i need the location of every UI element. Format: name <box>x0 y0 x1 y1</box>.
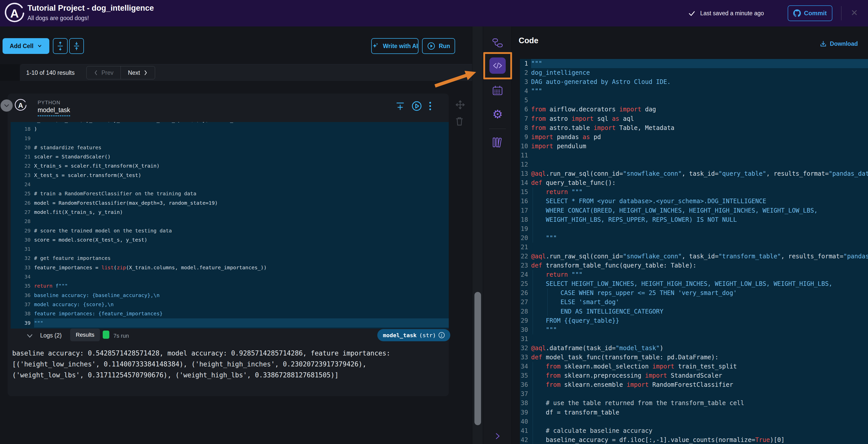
code-line[interactable]: 5 <box>520 96 868 105</box>
code-line[interactable]: 15 return """ <box>520 187 868 197</box>
code-line[interactable]: 41 # calculate baseline accuracy <box>520 426 868 435</box>
code-line[interactable]: 39""" <box>11 318 449 328</box>
delete-cell-trash-icon[interactable] <box>455 116 464 126</box>
code-line[interactable]: 26model = RandomForestClassifier(max_dep… <box>11 198 449 208</box>
expand-rail-button[interactable] <box>483 432 512 440</box>
code-line[interactable]: 17 WHERE CONCAT(BREED, HEIGHT_LOW_INCHES… <box>520 206 868 215</box>
code-line[interactable]: 32# get feature importances <box>11 254 449 263</box>
move-cell-icon[interactable] <box>455 100 465 110</box>
code-line[interactable]: 1""" <box>520 59 868 68</box>
line-number: 29 <box>520 316 531 325</box>
commit-button[interactable]: Commit <box>788 5 832 21</box>
write-with-ai-button[interactable]: Write with AI <box>371 38 418 54</box>
code-line[interactable]: 24 return """ <box>520 270 868 279</box>
add-cell-below-icon[interactable] <box>396 101 405 111</box>
code-line[interactable]: 25 SELECT HEIGHT_LOW_INCHES, HEIGHT_HIGH… <box>520 279 868 288</box>
code-line[interactable]: 42 baseline_accuracy = df.iloc[:,-1].val… <box>520 435 868 444</box>
collapse-output-chevron-icon[interactable] <box>26 332 34 341</box>
code-line[interactable]: 37 <box>520 389 868 398</box>
code-line[interactable]: 36 from sklearn.ensemble import RandomFo… <box>520 380 868 389</box>
code-line[interactable]: 11 <box>520 151 868 160</box>
code-line[interactable]: 40 <box>520 417 868 426</box>
code-line[interactable]: 18) <box>11 124 449 134</box>
code-line[interactable]: 13@aql.run_raw_sql(conn_id="snowflake_co… <box>520 169 868 178</box>
code-line[interactable]: 29 FROM {{query_table}} <box>520 316 868 325</box>
code-line[interactable]: 38 # use the table returned from the tra… <box>520 398 868 408</box>
code-line[interactable]: 23X_test_s = scaler.transform(X_test) <box>11 171 449 180</box>
vertical-scrollbar-track[interactable] <box>472 26 483 444</box>
code-line[interactable]: 6from airflow.decorators import dag <box>520 105 868 114</box>
pipeline-view-button[interactable] <box>483 37 512 48</box>
code-line[interactable]: 27 ELSE 'smart_dog' <box>520 298 868 307</box>
code-line[interactable]: 29# score the trained model on the testi… <box>11 226 449 235</box>
code-line[interactable]: 9import pandas as pd <box>520 132 868 142</box>
code-line[interactable]: 3DAG auto-generated by Astro Cloud IDE. <box>520 77 868 86</box>
code-line[interactable]: 21 <box>520 243 868 252</box>
cell-code-editor[interactable]: 17X_train, X_test, y_train, y_test = tra… <box>11 122 449 329</box>
code-line[interactable]: 19 <box>11 134 449 143</box>
run-button[interactable]: Run <box>422 38 455 54</box>
cell-name-input[interactable]: model_task <box>38 106 70 116</box>
code-line[interactable]: 31 <box>11 244 449 254</box>
code-line[interactable]: 12 <box>520 160 868 169</box>
code-line[interactable]: 24 <box>11 180 449 189</box>
code-line[interactable]: 34 from sklearn.model_selection import t… <box>520 362 868 371</box>
code-line[interactable]: 17X_train, X_test, y_train, y_test = tra… <box>11 122 449 124</box>
collapse-all-cells-button[interactable] <box>69 38 84 54</box>
results-tab[interactable]: Results <box>70 329 100 341</box>
code-line[interactable]: 8from astro.table import Table, Metadata <box>520 123 868 132</box>
settings-button[interactable]: ⚙ <box>483 108 512 120</box>
logs-tab[interactable]: Logs (2) <box>40 332 62 339</box>
code-line[interactable]: 2dog_intelligence <box>520 68 868 77</box>
code-view-button[interactable] <box>489 57 506 74</box>
code-line[interactable]: 33feature_importances = list(zip(X_train… <box>11 263 449 272</box>
dag-code-viewer[interactable]: 1"""2dog_intelligence3DAG auto-generated… <box>520 59 868 444</box>
line-number: 37 <box>11 300 34 309</box>
code-line[interactable]: 35return f""" <box>11 281 449 290</box>
collapse-cell-button[interactable] <box>1 99 13 112</box>
code-line[interactable]: 35 from sklearn.preprocessing import Sta… <box>520 371 868 380</box>
code-line[interactable]: 32@aql.dataframe(task_id="model_task") <box>520 344 868 353</box>
code-line[interactable]: 22X_train_s = scaler.fit_transform(X_tra… <box>11 161 449 170</box>
code-line[interactable]: 20# standardize features <box>11 143 449 152</box>
code-line[interactable]: 7from astro import sql as aql <box>520 114 868 123</box>
code-line[interactable]: 28 <box>11 217 449 226</box>
code-line[interactable]: 4""" <box>520 86 868 96</box>
vertical-scrollbar-thumb[interactable] <box>474 292 481 425</box>
code-line[interactable]: 19 <box>520 224 868 233</box>
cell-output-type-badge[interactable]: model_task (str) i <box>377 329 450 341</box>
code-line[interactable]: 31 <box>520 334 868 344</box>
code-line[interactable]: 36baseline accuracy: {baseline_accuracy}… <box>11 291 449 300</box>
code-line[interactable]: 25# train a RandomForestClassifier on th… <box>11 189 449 198</box>
library-button[interactable] <box>483 137 512 148</box>
code-line[interactable]: 34 <box>11 272 449 281</box>
code-line[interactable]: 30score = model.score(X_test_s, y_test) <box>11 235 449 244</box>
line-number: 5 <box>520 96 531 105</box>
cell-menu-kebab-icon[interactable] <box>429 101 432 111</box>
add-cell-button[interactable]: Add Cell <box>3 38 49 54</box>
code-line[interactable]: 21scaler = StandardScaler() <box>11 152 449 161</box>
code-line[interactable]: 37model accuracy: {score},\n <box>11 300 449 309</box>
code-line[interactable]: 20 """ <box>520 233 868 243</box>
code-line[interactable]: 26 CASE WHEN reps_upper <= 25 THEN 'very… <box>520 288 868 298</box>
prev-page-button[interactable]: Prev <box>87 66 121 79</box>
info-icon[interactable]: i <box>439 332 445 338</box>
code-line[interactable]: 28 END AS INTELLIGENCE_CATEGORY <box>520 307 868 316</box>
code-line[interactable]: 38feature importances: {feature_importan… <box>11 309 449 318</box>
code-line[interactable]: 18 WEIGHT_HIGH_LBS, REPS_UPPER, REPS_LOW… <box>520 215 868 224</box>
close-icon[interactable]: ✕ <box>851 8 858 18</box>
run-cell-icon[interactable] <box>411 101 422 111</box>
code-line[interactable]: 10import pendulum <box>520 142 868 151</box>
code-line[interactable]: 16 SELECT * FROM <your database>.<your_s… <box>520 197 868 206</box>
download-button[interactable]: Download <box>820 40 858 47</box>
code-line[interactable]: 23def transform_table_func(query_table: … <box>520 261 868 270</box>
code-line[interactable]: 30 """ <box>520 325 868 334</box>
next-page-button[interactable]: Next <box>121 66 155 79</box>
code-line[interactable]: 33def model_task_func(transform_table: p… <box>520 353 868 362</box>
expand-all-cells-button[interactable] <box>53 38 68 54</box>
code-line[interactable]: 27model.fit(X_train_s, y_train) <box>11 208 449 217</box>
schedule-view-button[interactable] <box>483 85 512 96</box>
code-line[interactable]: 22@aql.run_raw_sql(conn_id="snowflake_co… <box>520 252 868 261</box>
code-line[interactable]: 14def query_table_func(): <box>520 178 868 187</box>
code-line[interactable]: 39 df = transform_table <box>520 408 868 417</box>
